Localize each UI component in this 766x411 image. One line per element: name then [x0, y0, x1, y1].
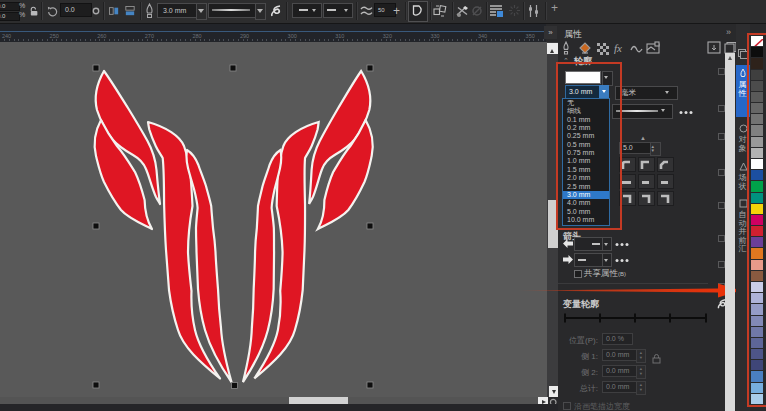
svg-text:fx: fx — [614, 42, 622, 54]
